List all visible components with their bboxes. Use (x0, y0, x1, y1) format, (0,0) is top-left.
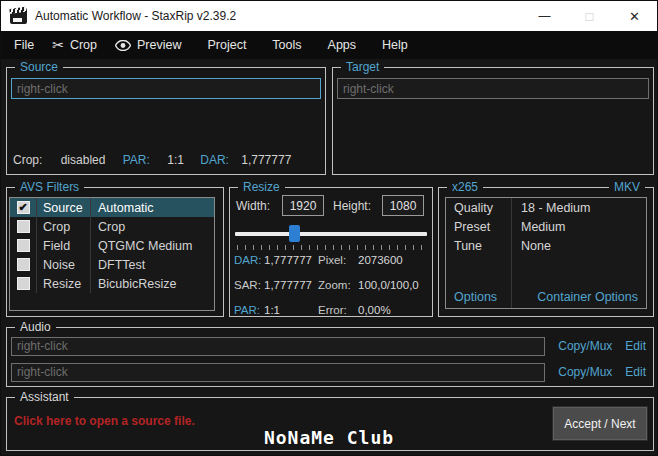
sar-label: SAR: (234, 279, 264, 291)
menu-tools-label: Tools (272, 38, 301, 52)
audio-track-1-input[interactable] (11, 337, 545, 356)
resize-group: Resize Width: 1920 Height: 1080 DAR: 1,7… (229, 187, 433, 317)
quality-label: Quality (446, 201, 511, 215)
quality-value: 18 - Medium (511, 201, 590, 215)
main-content: Source Crop: disabled PAR: 1:1 DAR: 1,77… (1, 59, 657, 455)
dar-value: 1,777777 (264, 254, 318, 266)
filter-type: Source (36, 198, 90, 217)
pixel-label: Pixel: (318, 254, 358, 266)
height-label: Height: (333, 199, 371, 213)
resize-stats-row-dar: DAR: 1,777777 Pixel: 2073600 (234, 254, 430, 266)
dar-label[interactable]: DAR: (234, 254, 264, 266)
filter-type: Noise (36, 255, 90, 274)
avs-filter-row-crop[interactable]: Crop Crop (10, 217, 214, 236)
audio-2-copymux-link[interactable]: Copy/Mux (558, 365, 612, 379)
assistant-group-caption: Assistant (15, 390, 74, 405)
source-group-caption: Source (15, 60, 63, 75)
avs-filters-table: ✔ Source Automatic Crop Crop Field QTGMC… (9, 197, 215, 311)
zoom-label: Zoom: (318, 279, 358, 291)
resize-slider-ticks (237, 245, 425, 250)
width-label: Width: (236, 199, 270, 213)
checkbox-checked-icon[interactable]: ✔ (17, 201, 30, 214)
titlebar[interactable]: Automatic Workflow - StaxRip v2.39.2 — □… (1, 1, 657, 31)
x265-column-divider (511, 198, 512, 308)
menu-help[interactable]: Help (373, 31, 417, 59)
window-title: Automatic Workflow - StaxRip v2.39.2 (35, 9, 236, 23)
container-options-link[interactable]: Container Options (537, 290, 638, 304)
x265-tune-row[interactable]: Tune None (446, 236, 646, 255)
audio-track-2-row: Copy/Mux Edit (11, 362, 649, 382)
maximize-button: □ (567, 1, 612, 31)
x265-settings-box: Quality 18 - Medium Preset Medium Tune N… (445, 197, 647, 309)
error-value: 0,00% (358, 304, 430, 316)
audio-group: Audio Copy/Mux Edit Copy/Mux Edit (6, 327, 654, 387)
menu-apps-label: Apps (328, 38, 357, 52)
menu-apps[interactable]: Apps (319, 31, 366, 59)
par-stat-value: 1:1 (167, 153, 184, 167)
audio-2-edit-link[interactable]: Edit (625, 365, 646, 379)
menu-preview[interactable]: Preview (106, 31, 190, 59)
checkbox-unchecked-icon[interactable] (17, 258, 30, 271)
audio-1-edit-link[interactable]: Edit (625, 339, 646, 353)
eye-icon (115, 40, 131, 51)
source-file-input[interactable] (11, 78, 321, 99)
x265-quality-row[interactable]: Quality 18 - Medium (446, 198, 646, 217)
audio-1-copymux-link[interactable]: Copy/Mux (558, 339, 612, 353)
container-format-caption[interactable]: MKV (609, 180, 645, 195)
noname-club-watermark: NoNaMe Club (1, 427, 657, 448)
staxrip-window: Automatic Workflow - StaxRip v2.39.2 — □… (0, 0, 658, 456)
resize-slider-track[interactable] (235, 232, 427, 236)
filter-type: Resize (36, 274, 90, 293)
menu-file[interactable]: File (5, 31, 43, 59)
x265-preset-row[interactable]: Preset Medium (446, 217, 646, 236)
crop-stat-value: disabled (61, 153, 106, 167)
checkbox-unchecked-icon[interactable] (17, 220, 30, 233)
menu-preview-label: Preview (137, 38, 181, 52)
error-label: Error: (318, 304, 358, 316)
target-group: Target (332, 67, 654, 175)
target-file-input[interactable] (337, 78, 649, 99)
menu-crop[interactable]: ✂ Crop (43, 31, 106, 59)
window-controls: — □ ✕ (522, 1, 657, 31)
menu-crop-label: Crop (70, 38, 97, 52)
minimize-button[interactable]: — (522, 1, 567, 31)
dar-stat-label[interactable]: DAR: (200, 153, 229, 167)
menubar: File ✂ Crop Preview Project Tools Apps H… (1, 31, 657, 59)
resize-slider-thumb[interactable] (289, 225, 300, 242)
close-button[interactable]: ✕ (612, 1, 657, 31)
menu-file-label: File (14, 38, 34, 52)
zoom-value: 100,0/100,0 (358, 279, 430, 291)
menu-project[interactable]: Project (198, 31, 255, 59)
menu-tools[interactable]: Tools (263, 31, 310, 59)
filter-type: Field (36, 236, 90, 255)
menu-project-label: Project (207, 38, 246, 52)
dar-stat-value: 1,777777 (241, 153, 291, 167)
avs-filter-row-resize[interactable]: Resize BicubicResize (10, 274, 214, 293)
preset-value: Medium (511, 220, 565, 234)
audio-track-2-input[interactable] (11, 363, 545, 382)
height-value-box[interactable]: 1080 (382, 195, 424, 216)
filter-name: Automatic (90, 198, 214, 217)
audio-track-1-row: Copy/Mux Edit (11, 336, 649, 356)
filter-name: Crop (90, 217, 214, 236)
avs-filter-row-noise[interactable]: Noise DFTTest (10, 255, 214, 274)
resize-group-caption: Resize (238, 180, 285, 195)
tune-label: Tune (446, 239, 511, 253)
source-group: Source Crop: disabled PAR: 1:1 DAR: 1,77… (6, 67, 326, 175)
assistant-message-link[interactable]: Click here to open a source file. (14, 414, 195, 428)
crop-stat-label[interactable]: Crop: (13, 153, 42, 167)
clapperboard-app-icon (10, 9, 27, 24)
preset-label: Preset (446, 220, 511, 234)
x265-group-caption[interactable]: x265 (447, 180, 483, 195)
options-link[interactable]: Options (454, 290, 497, 304)
par-stat-label[interactable]: PAR: (123, 153, 150, 167)
avs-filter-row-source[interactable]: ✔ Source Automatic (10, 198, 214, 217)
par-label[interactable]: PAR: (234, 304, 264, 316)
width-value-box[interactable]: 1920 (282, 195, 324, 216)
avs-filter-row-field[interactable]: Field QTGMC Medium (10, 236, 214, 255)
sar-value: 1,777777 (264, 279, 318, 291)
par-value: 1:1 (264, 304, 318, 316)
checkbox-unchecked-icon[interactable] (17, 277, 30, 290)
audio-group-caption: Audio (15, 320, 56, 335)
checkbox-unchecked-icon[interactable] (17, 239, 30, 252)
